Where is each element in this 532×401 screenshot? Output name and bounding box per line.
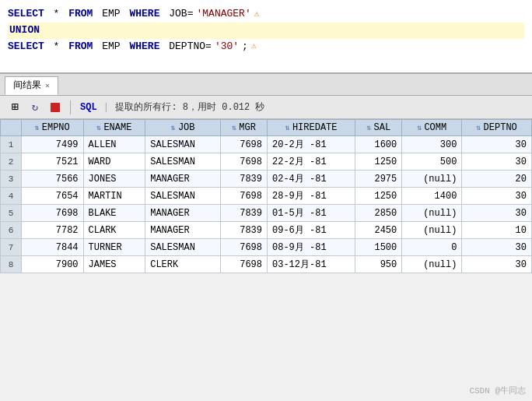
toolbar-separator-pipe: | <box>103 101 110 113</box>
sort-icon-deptno: ⇅ <box>477 123 481 132</box>
table-row[interactable]: 27521WARDSALESMAN769822-2月 -81125050030 <box>1 153 532 171</box>
grid-view-button[interactable]: ⊞ <box>6 99 23 116</box>
sort-icon-hiredate: ⇅ <box>285 123 290 132</box>
sort-icon-mgr: ⇅ <box>232 123 236 132</box>
cell-deptno: 30 <box>462 239 532 256</box>
table-body: 17499ALLENSALESMAN769820-2月 -81160030030… <box>1 136 532 273</box>
cell-empno: 7698 <box>21 205 83 222</box>
cell-job: SALESMAN <box>145 239 221 256</box>
sort-icon-job: ⇅ <box>171 123 176 132</box>
cell-hiredate: 08-9月 -81 <box>268 239 355 256</box>
cell-mgr: 7698 <box>221 256 268 273</box>
sql-tag: SQL <box>80 102 97 113</box>
cell-empno: 7900 <box>21 256 83 273</box>
col-empno[interactable]: ⇅ EMPNO <box>21 120 83 136</box>
table-row[interactable]: 37566JONESMANAGER783902-4月 -812975(null)… <box>1 171 532 188</box>
cell-sal: 1500 <box>355 239 402 256</box>
cell-job: MANAGER <box>145 171 221 188</box>
table-row[interactable]: 87900JAMESCLERK769803-12月-81950(null)30 <box>1 256 532 273</box>
cell-ename: JAMES <box>83 256 145 273</box>
cell-empno: 7521 <box>21 153 83 171</box>
table-row[interactable]: 57698BLAKEMANAGER783901-5月 -812850(null)… <box>1 205 532 222</box>
cell-mgr: 7839 <box>221 205 268 222</box>
kw-select-1: SELECT <box>8 6 44 23</box>
refresh-icon: ↻ <box>32 100 38 114</box>
cell-hiredate: 22-2月 -81 <box>268 153 355 171</box>
col-job[interactable]: ⇅ JOB <box>145 120 221 136</box>
cell-sal: 1250 <box>355 153 402 171</box>
table-row[interactable]: 67782CLARKMANAGER783909-6月 -812450(null)… <box>1 222 532 239</box>
cell-ename: ALLEN <box>83 136 145 153</box>
sort-icon-comm: ⇅ <box>417 123 422 132</box>
stop-button[interactable] <box>47 99 64 116</box>
refresh-button[interactable]: ↻ <box>26 99 44 116</box>
cell-job: CLERK <box>145 256 221 273</box>
cell-rownum: 7 <box>1 239 22 256</box>
sql-line-3: SELECT * FROM EMP WHERE DEPTNO= '30' ; ⚠ <box>8 39 524 55</box>
cell-comm: (null) <box>402 205 462 222</box>
cell-deptno: 30 <box>462 256 532 273</box>
col-mgr[interactable]: ⇅ MGR <box>221 120 268 136</box>
table-row[interactable]: 47654MARTINSALESMAN769828-9月 -8112501400… <box>1 188 532 205</box>
cell-ename: MARTIN <box>83 188 145 205</box>
table-row[interactable]: 77844TURNERSALESMAN769808-9月 -811500030 <box>1 239 532 256</box>
cell-sal: 1600 <box>355 136 402 153</box>
cell-mgr: 7698 <box>221 136 268 153</box>
results-toolbar: ⊞ ↻ SQL | 提取的所有行: 8，用时 0.012 秒 <box>0 96 532 119</box>
sql-line-1: SELECT * FROM EMP WHERE JOB= 'MANAGER' ⚠ <box>8 6 524 23</box>
table-header: ⇅ EMPNO ⇅ ENAME ⇅ JOB <box>1 120 532 136</box>
col-comm[interactable]: ⇅ COMM <box>402 120 462 136</box>
tab-results[interactable]: 间结果 ✕ <box>5 76 58 95</box>
results-table: ⇅ EMPNO ⇅ ENAME ⇅ JOB <box>0 119 532 273</box>
warning-icon-1: ⚠ <box>254 8 260 22</box>
cell-hiredate: 01-5月 -81 <box>268 205 355 222</box>
cell-empno: 7566 <box>21 171 83 188</box>
cell-rownum: 6 <box>1 222 22 239</box>
stop-icon <box>51 103 60 112</box>
cell-hiredate: 20-2月 -81 <box>268 136 355 153</box>
cell-deptno: 30 <box>462 205 532 222</box>
cell-ename: CLARK <box>83 222 145 239</box>
cell-rownum: 2 <box>1 153 22 171</box>
col-rownum <box>1 120 22 136</box>
table-row[interactable]: 17499ALLENSALESMAN769820-2月 -81160030030 <box>1 136 532 153</box>
cell-rownum: 4 <box>1 188 22 205</box>
watermark: CSDN @牛同志 <box>469 385 526 396</box>
cell-empno: 7654 <box>21 188 83 205</box>
cell-sal: 2450 <box>355 222 402 239</box>
cell-deptno: 30 <box>462 136 532 153</box>
col-hiredate[interactable]: ⇅ HIREDATE <box>268 120 355 136</box>
sql-editor[interactable]: SELECT * FROM EMP WHERE JOB= 'MANAGER' ⚠… <box>0 0 532 74</box>
cell-mgr: 7698 <box>221 239 268 256</box>
col-deptno[interactable]: ⇅ DEPTNO <box>462 120 532 136</box>
sort-icon-sal: ⇅ <box>366 123 371 132</box>
cell-comm: 1400 <box>402 188 462 205</box>
sql-line-2: UNION <box>8 23 524 39</box>
cell-comm: (null) <box>402 222 462 239</box>
cell-ename: TURNER <box>83 239 145 256</box>
cell-comm: 0 <box>402 239 462 256</box>
cell-ename: JONES <box>83 171 145 188</box>
cell-sal: 2850 <box>355 205 402 222</box>
tab-results-label: 间结果 <box>13 79 41 92</box>
cell-comm: (null) <box>402 256 462 273</box>
cell-job: MANAGER <box>145 205 221 222</box>
results-grid[interactable]: ⇅ EMPNO ⇅ ENAME ⇅ JOB <box>0 119 532 273</box>
cell-sal: 950 <box>355 256 402 273</box>
col-ename[interactable]: ⇅ ENAME <box>83 120 145 136</box>
cell-rownum: 1 <box>1 136 22 153</box>
cell-job: SALESMAN <box>145 136 221 153</box>
cell-hiredate: 09-6月 -81 <box>268 222 355 239</box>
cell-job: SALESMAN <box>145 153 221 171</box>
tab-close-icon[interactable]: ✕ <box>45 81 50 90</box>
cell-empno: 7844 <box>21 239 83 256</box>
cell-mgr: 7839 <box>221 171 268 188</box>
cell-comm: 500 <box>402 153 462 171</box>
cell-rownum: 3 <box>1 171 22 188</box>
cell-hiredate: 28-9月 -81 <box>268 188 355 205</box>
cell-rownum: 8 <box>1 256 22 273</box>
separator-1 <box>70 100 71 114</box>
col-sal[interactable]: ⇅ SAL <box>355 120 402 136</box>
cell-deptno: 10 <box>462 222 532 239</box>
cell-sal: 1250 <box>355 188 402 205</box>
